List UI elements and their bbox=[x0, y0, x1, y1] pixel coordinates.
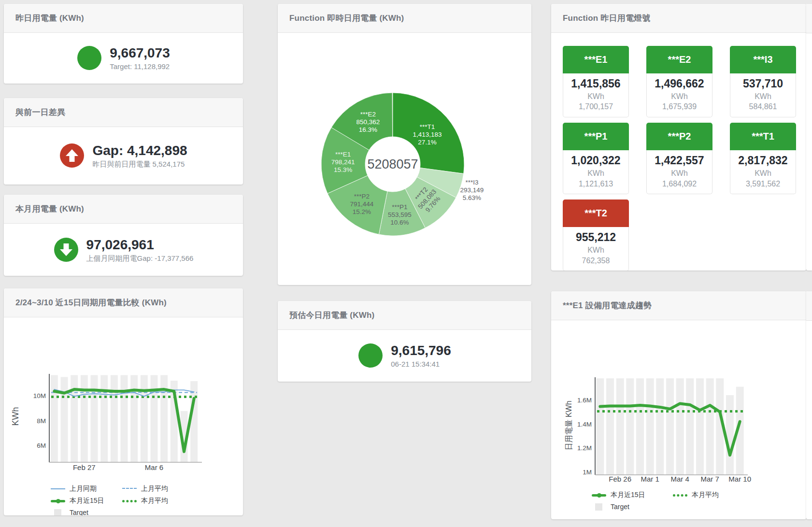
tile-target-value: 762,358 bbox=[563, 256, 628, 266]
y-tick-label: 8M bbox=[37, 417, 46, 425]
panel-title: 與前一日差異 bbox=[15, 107, 65, 118]
panel-yesterday-usage: 昨日用電量 (KWh) 9,667,073 Target: 11,128,992 bbox=[4, 4, 243, 84]
target-bar bbox=[686, 378, 694, 475]
panel-title: 本月用電量 (KWh) bbox=[15, 203, 84, 214]
panel-header: 2/24~3/10 近15日同期用電量比較 (KWh) bbox=[4, 288, 243, 317]
legend-label: 本月近15日 bbox=[70, 497, 104, 505]
target-bar bbox=[646, 378, 654, 475]
x-tick-label: Mar 6 bbox=[145, 463, 163, 471]
panel-header: 本月用電量 (KWh) bbox=[4, 195, 243, 224]
target-bar bbox=[51, 375, 58, 463]
legend-item[interactable]: 本月近15日 bbox=[51, 497, 122, 505]
legend-label: 上月同期 bbox=[70, 484, 97, 493]
tile-unit: KWh bbox=[730, 91, 796, 102]
panel-title: 昨日用電量 (KWh) bbox=[15, 13, 84, 24]
month-usage-value: 97,026,961 bbox=[86, 236, 194, 253]
target-bar bbox=[656, 378, 664, 475]
y-tick-label: 1.2M bbox=[577, 444, 592, 452]
target-bar bbox=[190, 381, 198, 462]
x-tick-label: Mar 1 bbox=[641, 475, 659, 483]
tile-unit: KWh bbox=[563, 91, 628, 102]
tile-body: 1,415,856KWh1,700,157 bbox=[563, 73, 629, 117]
tile-status-header: ***E2 bbox=[646, 46, 712, 73]
legend-item[interactable]: Target bbox=[592, 503, 673, 511]
target-bar bbox=[596, 378, 604, 475]
legend-item[interactable]: 上月平均 bbox=[122, 484, 243, 493]
target-bar bbox=[666, 378, 674, 475]
light-tile: ***I3537,710KWh584,861 bbox=[730, 46, 796, 117]
panel-title: 2/24~3/10 近15日同期用電量比較 (KWh) bbox=[15, 297, 167, 308]
target-bar bbox=[100, 375, 108, 463]
target-bar bbox=[111, 375, 118, 463]
legend-label: Target bbox=[611, 503, 629, 511]
y-tick-label: 1M bbox=[583, 469, 592, 476]
tile-value: 1,020,322 bbox=[563, 154, 628, 168]
legend-label: 本月平均 bbox=[141, 497, 168, 505]
svg-text:***I3293,1495.63%: ***I3293,1495.63% bbox=[460, 179, 484, 201]
tile-body: 2,817,832KWh3,591,562 bbox=[730, 150, 796, 194]
compare-15day-chart: 10M8M6MFeb 27Mar 6KWh bbox=[4, 317, 243, 482]
tile-value: 1,422,557 bbox=[647, 154, 712, 168]
light-tile: ***P11,020,322KWh1,121,613 bbox=[563, 123, 629, 194]
tile-body: 955,212KWh762,358 bbox=[563, 227, 629, 271]
tile-value: 2,817,832 bbox=[730, 154, 796, 168]
month-usage-gap: 上個月同期用電Gap: -17,377,566 bbox=[86, 254, 194, 263]
panel-header: 預估今日用電量 (KWh) bbox=[278, 301, 531, 330]
tile-unit: KWh bbox=[563, 168, 628, 179]
compare-chart-legend: 上月同期上月平均本月近15日本月平均Target bbox=[51, 484, 243, 515]
legend-item[interactable]: 本月近15日 bbox=[592, 491, 673, 499]
panel-month-usage: 本月用電量 (KWh) 97,026,961 上個月同期用電Gap: -17,3… bbox=[4, 195, 243, 276]
y-tick-label: 1.4M bbox=[577, 421, 592, 428]
y-tick-label: 1.6M bbox=[577, 397, 592, 404]
cutoff-panel-sliver bbox=[806, 4, 812, 271]
panel-title: Function 昨日用電燈號 bbox=[563, 13, 650, 24]
panel-header: Function 即時日用電量 (KWh) bbox=[278, 4, 531, 33]
target-bar bbox=[636, 378, 644, 475]
target-bar bbox=[616, 378, 624, 475]
panel-realtime-donut: Function 即時日用電量 (KWh) ***T11,413,18327.1… bbox=[278, 4, 531, 285]
target-bar bbox=[141, 375, 148, 463]
tile-body: 537,710KWh584,861 bbox=[730, 73, 796, 117]
legend-item[interactable]: 上月同期 bbox=[51, 484, 122, 493]
legend-item[interactable]: 本月平均 bbox=[673, 491, 806, 499]
target-bar bbox=[130, 375, 138, 463]
target-bar bbox=[121, 375, 128, 463]
x-tick-label: Feb 27 bbox=[73, 463, 96, 471]
y-axis-title: KWh bbox=[11, 407, 20, 426]
tile-unit: KWh bbox=[647, 168, 712, 179]
light-tile: ***P21,422,557KWh1,684,092 bbox=[646, 123, 712, 194]
light-tile: ***E11,415,856KWh1,700,157 bbox=[563, 46, 629, 117]
light-tile: ***E21,496,662KWh1,675,939 bbox=[646, 46, 712, 117]
panel-yesterday-lights: Function 昨日用電燈號 ***E11,415,856KWh1,700,1… bbox=[551, 4, 806, 271]
panel-header: ***E1 設備用電達成趨勢 bbox=[551, 291, 806, 320]
tile-target-value: 1,675,939 bbox=[647, 101, 712, 112]
target-bar bbox=[606, 378, 614, 475]
tile-status-header: ***P1 bbox=[563, 123, 629, 150]
panel-header: 與前一日差異 bbox=[4, 98, 243, 127]
red-up-arrow-icon bbox=[59, 143, 85, 168]
light-tile: ***T12,817,832KWh3,591,562 bbox=[730, 123, 796, 194]
tile-body: 1,422,557KWh1,684,092 bbox=[646, 150, 712, 194]
tile-status-header: ***T1 bbox=[730, 123, 796, 150]
target-bar bbox=[91, 375, 98, 463]
legend-item[interactable]: Target bbox=[51, 509, 122, 515]
legend-label: 本月近15日 bbox=[611, 491, 645, 499]
target-bar bbox=[696, 378, 704, 475]
yesterday-usage-value: 9,667,073 bbox=[110, 44, 170, 61]
lights-grid: ***E11,415,856KWh1,700,157***E21,496,662… bbox=[551, 33, 806, 271]
tile-body: 1,020,322KWh1,121,613 bbox=[563, 150, 629, 194]
tile-status-header: ***T2 bbox=[563, 199, 629, 227]
estimate-today-value: 9,615,796 bbox=[391, 342, 451, 359]
panel-header: 昨日用電量 (KWh) bbox=[4, 4, 243, 33]
tile-target-value: 3,591,562 bbox=[730, 179, 796, 189]
legend-item[interactable]: 本月平均 bbox=[122, 497, 243, 505]
legend-label: 上月平均 bbox=[141, 484, 168, 493]
target-bar bbox=[706, 378, 714, 475]
y-tick-label: 6M bbox=[37, 442, 46, 449]
tile-target-value: 1,121,613 bbox=[563, 179, 628, 189]
target-bar bbox=[676, 378, 684, 475]
panel-e1-trend-chart: ***E1 設備用電達成趨勢 1.6M1.4M1.2M1MFeb 26Mar 1… bbox=[551, 291, 806, 519]
panel-title: 預估今日用電量 (KWh) bbox=[289, 310, 374, 321]
y-tick-label: 10M bbox=[33, 392, 46, 399]
target-bar bbox=[61, 377, 68, 462]
